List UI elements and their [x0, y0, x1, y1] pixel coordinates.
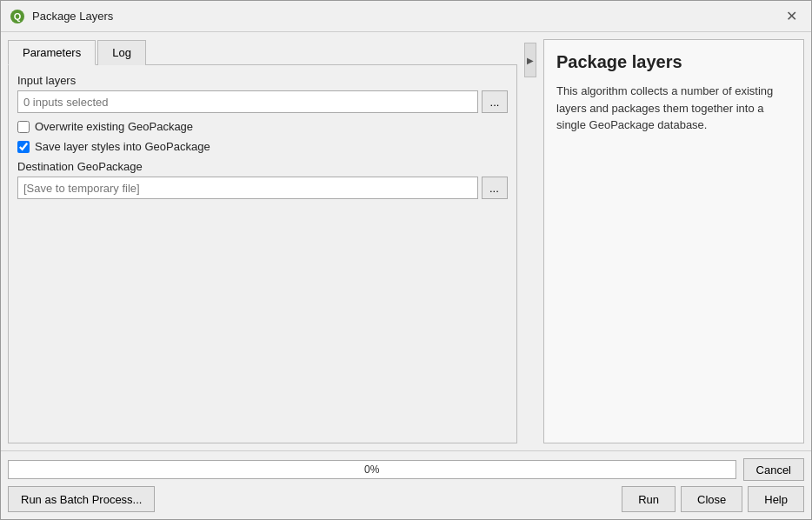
save-styles-checkbox-row: Save layer styles into GeoPackage: [17, 140, 508, 153]
destination-label: Destination GeoPackage: [17, 160, 508, 173]
main-window: Q Package Layers ✕ Parameters Log Inpu: [0, 0, 812, 520]
close-button[interactable]: Close: [681, 486, 742, 512]
input-layers-section: Input layers ...: [17, 74, 508, 113]
svg-text:Q: Q: [14, 11, 22, 22]
help-button[interactable]: Help: [748, 486, 804, 512]
close-window-button[interactable]: ✕: [781, 8, 802, 25]
progress-row: 0% Cancel: [8, 458, 804, 481]
overwrite-checkbox[interactable]: [17, 121, 30, 133]
help-title: Package layers: [556, 52, 791, 72]
bottom-bar: 0% Cancel Run as Batch Process... Run Cl…: [1, 450, 811, 519]
right-buttons: Run Close Help: [622, 486, 804, 512]
help-panel: Package layers This algorithm collects a…: [543, 39, 804, 443]
destination-section: Destination GeoPackage ...: [17, 160, 508, 199]
main-content: Parameters Log Input layers ...: [1, 32, 811, 450]
help-description: This algorithm collects a number of exis…: [556, 83, 791, 134]
run-button[interactable]: Run: [622, 486, 676, 512]
destination-field[interactable]: [17, 177, 478, 199]
input-layers-browse-button[interactable]: ...: [482, 90, 508, 113]
title-bar-left: Q Package Layers: [10, 9, 113, 24]
tab-bar: Parameters Log: [8, 39, 517, 65]
overwrite-checkbox-row: Overwrite existing GeoPackage: [17, 120, 508, 133]
batch-process-button[interactable]: Run as Batch Process...: [8, 486, 155, 512]
window-title: Package Layers: [32, 10, 113, 23]
save-styles-label: Save layer styles into GeoPackage: [35, 140, 210, 153]
parameters-panel: Input layers ... Overwrite existing GeoP…: [8, 65, 517, 443]
left-panel: Parameters Log Input layers ...: [8, 39, 517, 443]
input-layers-label: Input layers: [17, 74, 508, 87]
title-bar: Q Package Layers ✕: [1, 1, 811, 32]
collapse-panel-button[interactable]: ▶: [524, 43, 536, 77]
cancel-button[interactable]: Cancel: [743, 458, 804, 481]
qgis-logo-icon: Q: [10, 9, 25, 24]
tab-log[interactable]: Log: [97, 40, 146, 65]
destination-browse-button[interactable]: ...: [482, 177, 508, 199]
input-layers-row: ...: [17, 90, 508, 113]
save-styles-checkbox[interactable]: [17, 141, 30, 153]
progress-label: 0%: [364, 463, 379, 476]
input-layers-field[interactable]: [17, 90, 478, 113]
overwrite-label: Overwrite existing GeoPackage: [35, 120, 193, 133]
destination-row: ...: [17, 177, 508, 199]
tab-parameters[interactable]: Parameters: [8, 40, 96, 65]
progress-bar-container: 0%: [8, 460, 736, 479]
action-row: Run as Batch Process... Run Close Help: [8, 486, 804, 512]
